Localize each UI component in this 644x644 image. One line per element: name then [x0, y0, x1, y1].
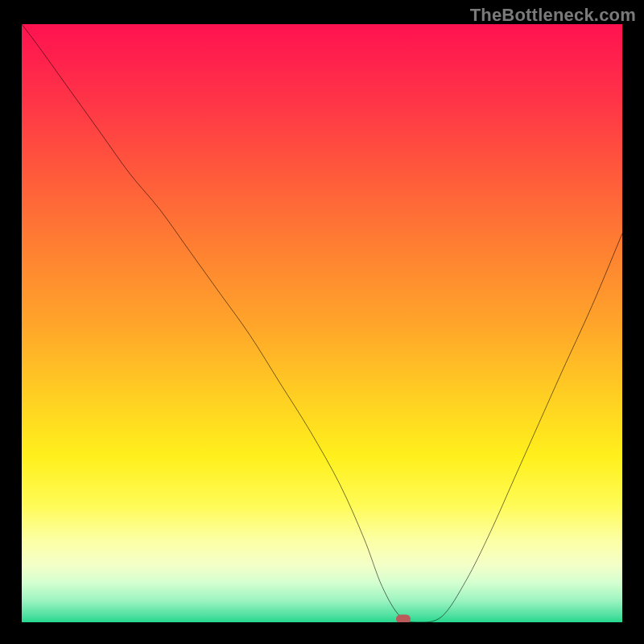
optimum-marker — [396, 614, 411, 622]
curve-layer — [22, 24, 622, 622]
chart-frame: TheBottleneck.com — [0, 0, 644, 644]
bottleneck-curve — [22, 24, 622, 622]
plot-area — [22, 24, 622, 622]
watermark-text: TheBottleneck.com — [470, 5, 636, 26]
